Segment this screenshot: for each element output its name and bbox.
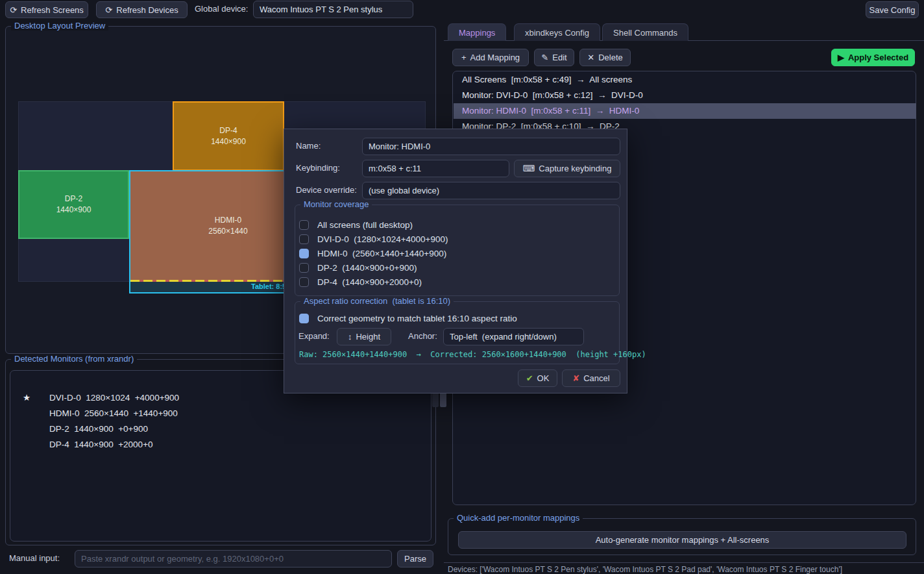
refresh-icon: ⟳ <box>105 5 112 15</box>
list-item[interactable]: DP-2 1440×900 +0+900 <box>10 406 431 421</box>
cancel-button[interactable]: ✘ Cancel <box>562 369 620 387</box>
status-divider <box>444 562 924 563</box>
checkbox[interactable] <box>299 249 309 258</box>
parse-label: Parse <box>404 554 426 564</box>
tablet-ratio-label: Tablet: 8:5 <box>251 282 286 290</box>
correct-geometry-row[interactable]: Correct geometry to match tablet 16:10 a… <box>299 311 517 325</box>
coverage-row[interactable]: HDMI-0 (2560×1440+1440+900) <box>299 246 446 260</box>
ok-button[interactable]: ✔ OK <box>518 369 557 387</box>
keybinding-input[interactable] <box>362 160 509 177</box>
tab-xbindkeys-config[interactable]: xbindkeys Config <box>514 23 600 41</box>
quick-add-title: Quick-add per-monitor mappings <box>454 513 583 523</box>
checkbox[interactable] <box>299 263 309 273</box>
keyboard-icon: ⌨ <box>523 164 535 173</box>
delete-button[interactable]: ✕ Delete <box>579 49 631 66</box>
refresh-devices-label: Refresh Devices <box>116 5 178 15</box>
tab-shell-commands[interactable]: Shell Commands <box>602 23 688 41</box>
manual-input-label: Manual input: <box>9 550 60 567</box>
capture-keybinding-button[interactable]: ⌨ Capture keybinding <box>514 160 620 177</box>
coverage-row[interactable]: DP-4 (1440×900+2000+0) <box>299 275 422 289</box>
apply-selected-button[interactable]: ▶ Apply Selected <box>831 49 915 66</box>
anchor-label: Anchor: <box>408 328 437 345</box>
checkbox[interactable] <box>299 234 309 244</box>
monitor-name-label: DP-4 <box>219 125 237 136</box>
mapping-row[interactable]: All Screens [m:0x58 + c:49] → All screen… <box>454 72 916 88</box>
checkbox[interactable] <box>299 220 309 230</box>
tab-mappings[interactable]: Mappings <box>448 23 506 41</box>
aspect-group-title: Aspect ratio correction (tablet is 16:10… <box>300 296 454 306</box>
save-config-label: Save Config <box>869 5 916 15</box>
correct-geometry-checkbox[interactable] <box>299 314 309 323</box>
refresh-screens-label: Refresh Screens <box>21 5 84 15</box>
auto-generate-button[interactable]: Auto-generate monitor mappings + All-scr… <box>458 531 906 549</box>
check-icon: ✔ <box>526 373 533 383</box>
geometry-preview-text: Raw: 2560×1440+1440+900 → Corrected: 256… <box>299 350 646 359</box>
mapping-dialog: Name: Keybinding: ⌨ Capture keybinding D… <box>284 129 627 393</box>
add-mapping-button[interactable]: + Add Mapping <box>452 49 529 66</box>
monitor-res-label: 1440×900 <box>56 205 91 216</box>
name-input[interactable] <box>362 138 620 155</box>
aspect-ratio-group: Aspect ratio correction (tablet is 16:10… <box>295 301 620 364</box>
updown-arrow-icon: ↕ <box>348 332 352 342</box>
parse-button[interactable]: Parse <box>397 550 433 568</box>
monitor-res-label: 2560×1440 <box>208 226 247 237</box>
cross-icon: ✘ <box>572 373 579 383</box>
devices-status-text: Devices: ['Wacom Intuos PT S 2 Pen stylu… <box>448 565 842 574</box>
detected-monitors-list[interactable]: DVI-D-0 1280×1024 +4000+900 ★HDMI-0 2560… <box>10 370 432 542</box>
monitor-coverage-group: Monitor coverage All screens (full deskt… <box>295 205 620 296</box>
refresh-devices-button[interactable]: ⟳ Refresh Devices <box>96 1 188 18</box>
play-icon: ▶ <box>838 53 844 62</box>
coverage-row[interactable]: DP-2 (1440×900+0+900) <box>299 260 417 275</box>
mapping-row[interactable]: Monitor: DVI-D-0 [m:0x58 + c:12] → DVI-D… <box>454 88 916 103</box>
expand-toggle-button[interactable]: ↕ Height <box>337 328 391 345</box>
mapping-row[interactable]: Monitor: HDMI-0 [m:0x58 + c:11] → HDMI-0 <box>454 103 916 119</box>
panel-sash-handle[interactable] <box>432 392 439 407</box>
device-override-input[interactable] <box>362 182 620 199</box>
coverage-row[interactable]: All screens (full desktop) <box>299 218 413 232</box>
manual-input[interactable] <box>75 550 392 568</box>
refresh-screens-button[interactable]: ⟳ Refresh Screens <box>5 1 88 18</box>
coverage-group-title: Monitor coverage <box>300 199 372 209</box>
panel-sash-handle[interactable] <box>440 392 446 407</box>
star-icon: ★ <box>23 390 30 406</box>
pencil-icon: ✎ <box>541 53 548 62</box>
quick-add-group: Quick-add per-monitor mappings Auto-gene… <box>448 518 916 555</box>
monitor-rect-dp4[interactable]: DP-4 1440×900 <box>173 101 284 171</box>
expand-label: Expand: <box>298 328 330 345</box>
coverage-row[interactable]: DVI-D-0 (1280×1024+4000+900) <box>299 232 448 246</box>
name-label: Name: <box>296 138 321 155</box>
checkbox[interactable] <box>299 277 309 287</box>
global-device-label: Global device: <box>195 1 248 18</box>
x-icon: ✕ <box>587 53 594 62</box>
list-item[interactable]: DP-4 1440×900 +2000+0 <box>10 421 431 437</box>
monitor-res-label: 1440×900 <box>211 136 246 147</box>
keybinding-label: Keybinding: <box>296 160 340 177</box>
refresh-icon: ⟳ <box>10 5 17 15</box>
monitor-name-label: HDMI-0 <box>215 215 241 226</box>
preview-group-title: Desktop Layout Preview <box>11 21 108 31</box>
save-config-button[interactable]: Save Config <box>866 1 919 18</box>
app-window: ⟳ Refresh Screens ⟳ Refresh Devices Glob… <box>0 0 924 574</box>
detected-group-title: Detected Monitors (from xrandr) <box>11 354 137 364</box>
monitor-rect-dp2[interactable]: DP-2 1440×900 <box>18 170 129 239</box>
anchor-select[interactable] <box>443 328 584 345</box>
device-override-label: Device override: <box>296 182 357 199</box>
edit-button[interactable]: ✎ Edit <box>534 49 574 66</box>
monitor-name-label: DP-2 <box>65 193 82 205</box>
global-device-input[interactable] <box>253 1 413 18</box>
plus-icon: + <box>461 53 467 62</box>
